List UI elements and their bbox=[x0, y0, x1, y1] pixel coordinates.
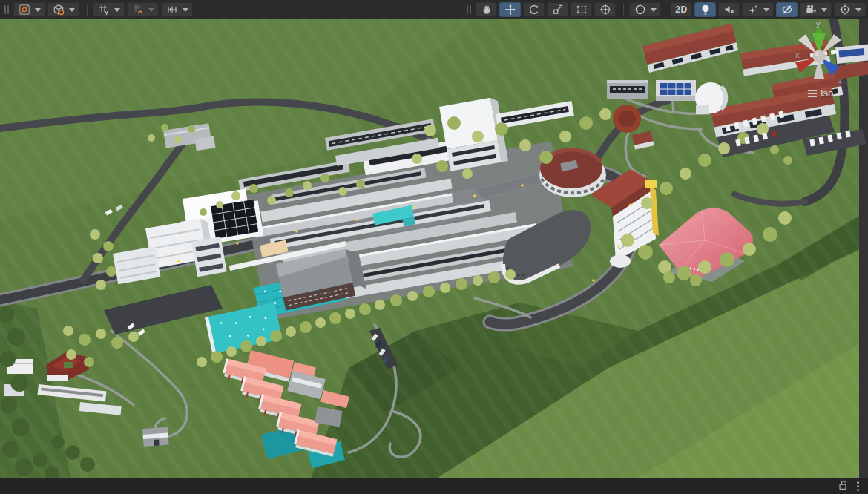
chevron-down-icon bbox=[651, 8, 657, 12]
rotate-tool-button[interactable] bbox=[523, 2, 545, 17]
unity-scene-view-window: Y bbox=[0, 0, 868, 494]
audio-muted-icon bbox=[723, 4, 735, 16]
scene-3d-render bbox=[0, 19, 868, 478]
chevron-down-icon bbox=[763, 8, 769, 12]
toggle-2d-button[interactable]: 2D bbox=[671, 2, 692, 17]
shading-mode-button[interactable] bbox=[629, 2, 661, 17]
cube-global-icon bbox=[53, 4, 65, 16]
hand-icon bbox=[480, 4, 493, 16]
chevron-down-icon bbox=[148, 8, 154, 12]
scene-lighting-button[interactable] bbox=[694, 2, 716, 17]
audio-mute-button[interactable] bbox=[718, 2, 740, 17]
rect-tool-button[interactable] bbox=[571, 2, 592, 17]
shaded-sphere-icon bbox=[634, 4, 647, 16]
axis-y-label: y bbox=[816, 21, 821, 28]
projection-label: Iso bbox=[821, 88, 833, 99]
toolbar-overlay-left: Y bbox=[2, 0, 193, 19]
transform-tool-button[interactable] bbox=[594, 2, 616, 17]
hamburger-icon bbox=[808, 90, 817, 97]
effects-star-icon bbox=[747, 4, 760, 16]
move-arrows-icon bbox=[504, 4, 516, 16]
toolbar-tools bbox=[464, 0, 661, 19]
overlay-drag-handle[interactable] bbox=[467, 5, 471, 14]
eye-hidden-icon bbox=[780, 4, 793, 16]
toggle-2d-label: 2D bbox=[675, 4, 687, 15]
toolbar-view-options: 2D bbox=[671, 0, 866, 19]
axis-z-label: z bbox=[838, 76, 843, 85]
view-hand-tool-button[interactable] bbox=[476, 2, 497, 17]
transform-icon bbox=[599, 4, 611, 16]
lightbulb-icon bbox=[699, 4, 711, 16]
scene-toolbar: Y bbox=[0, 0, 868, 20]
chevron-down-icon bbox=[35, 8, 41, 12]
toolbar-separator bbox=[621, 4, 624, 16]
grid-snap-magnet-icon bbox=[132, 4, 145, 16]
grid-visibility-button[interactable]: Y bbox=[93, 2, 125, 17]
handle-orientation-button[interactable] bbox=[47, 2, 79, 17]
snap-ruler-icon bbox=[166, 4, 179, 16]
move-tool-button[interactable] bbox=[499, 2, 521, 17]
rect-tool-icon bbox=[575, 4, 588, 16]
chevron-down-icon bbox=[183, 8, 188, 12]
svg-text:Y: Y bbox=[105, 10, 108, 16]
axis-x-label: x bbox=[795, 50, 800, 59]
snap-increment-button[interactable] bbox=[161, 2, 193, 17]
toolbar-separator bbox=[85, 4, 88, 16]
orientation-gizmo[interactable]: y x z bbox=[786, 21, 855, 89]
scale-icon bbox=[551, 4, 564, 16]
scene-footer bbox=[0, 478, 868, 494]
camera-icon bbox=[805, 4, 818, 16]
gizmo-center-cube[interactable] bbox=[813, 50, 826, 63]
scene-visibility-button[interactable] bbox=[776, 2, 798, 17]
camera-options-button[interactable] bbox=[800, 2, 832, 17]
chevron-down-icon bbox=[855, 8, 861, 12]
gizmos-button[interactable] bbox=[834, 2, 866, 17]
chevron-down-icon bbox=[69, 8, 75, 12]
rotate-icon bbox=[527, 4, 540, 16]
scene-viewport[interactable]: y x z Iso bbox=[0, 19, 868, 478]
tool-settings-button[interactable] bbox=[13, 2, 45, 17]
chevron-down-icon bbox=[821, 8, 827, 12]
pivot-center-icon bbox=[19, 4, 31, 16]
gizmo-crosshair-icon bbox=[839, 4, 852, 16]
chevron-down-icon bbox=[114, 8, 120, 12]
unlock-icon[interactable] bbox=[838, 480, 848, 493]
projection-toggle[interactable]: Iso bbox=[808, 88, 833, 99]
overlay-drag-handle[interactable] bbox=[4, 5, 9, 14]
grid-snapping-button[interactable] bbox=[127, 2, 159, 17]
grid-y-axis-icon: Y bbox=[98, 4, 111, 16]
scale-tool-button[interactable] bbox=[547, 2, 568, 17]
effects-button[interactable] bbox=[742, 2, 774, 17]
kebab-menu-icon[interactable] bbox=[855, 480, 861, 493]
